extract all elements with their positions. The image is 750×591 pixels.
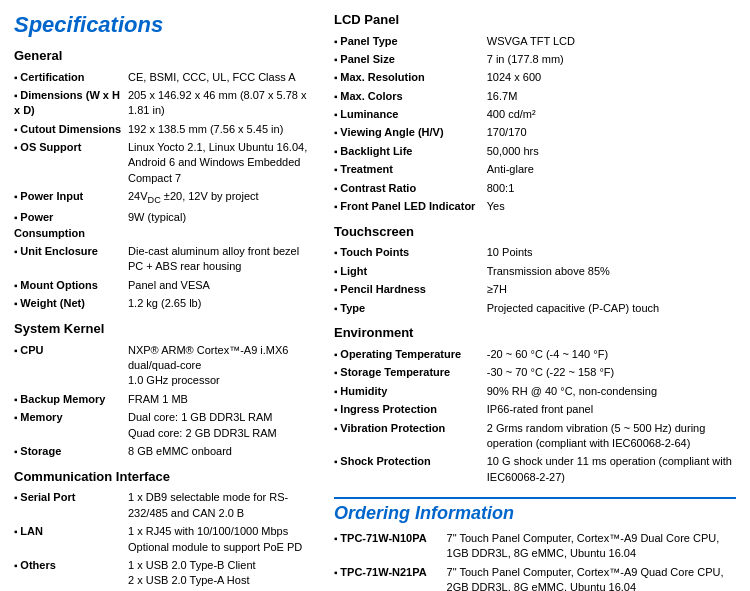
- row-value: NXP® ARM® Cortex™-A9 i.MX6 dual/quad-cor…: [128, 341, 314, 390]
- table-row: Storage Temperature -30 ~ 70 °C (-22 ~ 1…: [334, 364, 736, 382]
- row-label: Ingress Protection: [334, 401, 487, 419]
- row-label: Storage Temperature: [334, 364, 487, 382]
- row-label: Memory: [14, 409, 128, 443]
- row-label: Touch Points: [334, 244, 487, 262]
- row-label: Luminance: [334, 106, 487, 124]
- row-value: ≥7H: [487, 281, 736, 299]
- row-value: 1 x DB9 selectable mode for RS-232/485 a…: [128, 489, 314, 523]
- general-table: Certification CE, BSMI, CCC, UL, FCC Cla…: [14, 68, 314, 313]
- row-value: 10 G shock under 11 ms operation (compli…: [487, 453, 736, 487]
- table-row: CPU NXP® ARM® Cortex™-A9 i.MX6 dual/quad…: [14, 341, 314, 390]
- table-row: Panel Type WSVGA TFT LCD: [334, 32, 736, 50]
- row-label: Power Input: [14, 188, 128, 209]
- main-content: Specifications General Certification CE,…: [0, 0, 750, 591]
- row-label: Cutout Dimensions: [14, 120, 128, 138]
- touch-section-title: Touchscreen: [334, 224, 736, 239]
- table-row: Cutout Dimensions 192 x 138.5 mm (7.56 x…: [14, 120, 314, 138]
- row-value: 192 x 138.5 mm (7.56 x 5.45 in): [128, 120, 314, 138]
- table-row: Front Panel LED Indicator Yes: [334, 198, 736, 216]
- model-label: TPC-71W-N10PA: [334, 530, 447, 564]
- system-table: CPU NXP® ARM® Cortex™-A9 i.MX6 dual/quad…: [14, 341, 314, 461]
- table-row: Max. Colors 16.7M: [334, 87, 736, 105]
- row-label: Backup Memory: [14, 390, 128, 408]
- row-label: Humidity: [334, 382, 487, 400]
- row-value: 7 in (177.8 mm): [487, 50, 736, 68]
- row-value: 2 Grms random vibration (5 ~ 500 Hz) dur…: [487, 419, 736, 453]
- table-row: Dimensions (W x H x D) 205 x 146.92 x 46…: [14, 86, 314, 120]
- row-label: Dimensions (W x H x D): [14, 86, 128, 120]
- table-row: Others 1 x USB 2.0 Type-B Client2 x USB …: [14, 556, 314, 591]
- row-label: Max. Resolution: [334, 69, 487, 87]
- row-value: 205 x 146.92 x 46 mm (8.07 x 5.78 x 1.81…: [128, 86, 314, 120]
- row-value: Transmission above 85%: [487, 262, 736, 280]
- lcd-section-title: LCD Panel: [334, 12, 736, 27]
- page-container: Specifications General Certification CE,…: [0, 0, 750, 591]
- row-value: 800:1: [487, 179, 736, 197]
- table-row: LAN 1 x RJ45 with 10/100/1000 MbpsOption…: [14, 523, 314, 557]
- table-row: Certification CE, BSMI, CCC, UL, FCC Cla…: [14, 68, 314, 86]
- row-label: Type: [334, 299, 487, 317]
- table-row: Memory Dual core: 1 GB DDR3L RAMQuad cor…: [14, 409, 314, 443]
- row-value: 1024 x 600: [487, 69, 736, 87]
- row-label: Panel Type: [334, 32, 487, 50]
- table-row: Touch Points 10 Points: [334, 244, 736, 262]
- row-value: Anti-glare: [487, 161, 736, 179]
- table-row: Humidity 90% RH @ 40 °C, non-condensing: [334, 382, 736, 400]
- row-value: CE, BSMI, CCC, UL, FCC Class A: [128, 68, 314, 86]
- row-label: LAN: [14, 523, 128, 557]
- row-value: 9W (typical): [128, 209, 314, 243]
- ordering-row: TPC-71W-N10PA 7" Touch Panel Computer, C…: [334, 530, 736, 564]
- model-desc: 7" Touch Panel Computer, Cortex™-A9 Quad…: [447, 563, 736, 591]
- row-label: Others: [14, 556, 128, 591]
- row-label: Front Panel LED Indicator: [334, 198, 487, 216]
- row-value: Linux Yocto 2.1, Linux Ubuntu 16.04, And…: [128, 139, 314, 188]
- row-label: Shock Protection: [334, 453, 487, 487]
- table-row: Unit Enclosure Die-cast aluminum alloy f…: [14, 243, 314, 277]
- row-label: Contrast Ratio: [334, 179, 487, 197]
- row-value: Yes: [487, 198, 736, 216]
- row-value: Panel and VESA: [128, 276, 314, 294]
- row-label: Unit Enclosure: [14, 243, 128, 277]
- table-row: Luminance 400 cd/m²: [334, 106, 736, 124]
- right-column: LCD Panel Panel Type WSVGA TFT LCD Panel…: [334, 12, 736, 591]
- ordering-table: TPC-71W-N10PA 7" Touch Panel Computer, C…: [334, 530, 736, 591]
- table-row: Power Input 24VDC ±20, 12V by project: [14, 188, 314, 209]
- row-label: Power Consumption: [14, 209, 128, 243]
- row-value: 1 x USB 2.0 Type-B Client2 x USB 2.0 Typ…: [128, 556, 314, 591]
- table-row: Panel Size 7 in (177.8 mm): [334, 50, 736, 68]
- env-table: Operating Temperature -20 ~ 60 °C (-4 ~ …: [334, 345, 736, 486]
- row-label: Operating Temperature: [334, 345, 487, 363]
- ordering-row: TPC-71W-N21PA 7" Touch Panel Computer, C…: [334, 563, 736, 591]
- table-row: Type Projected capacitive (P-CAP) touch: [334, 299, 736, 317]
- row-label: Vibration Protection: [334, 419, 487, 453]
- general-section-title: General: [14, 48, 314, 63]
- row-value: -30 ~ 70 °C (-22 ~ 158 °F): [487, 364, 736, 382]
- table-row: Operating Temperature -20 ~ 60 °C (-4 ~ …: [334, 345, 736, 363]
- row-value: 1.2 kg (2.65 lb): [128, 295, 314, 313]
- row-label: Serial Port: [14, 489, 128, 523]
- comm-section-title: Communication Interface: [14, 469, 314, 484]
- row-value: FRAM 1 MB: [128, 390, 314, 408]
- row-label: Backlight Life: [334, 142, 487, 160]
- table-row: Light Transmission above 85%: [334, 262, 736, 280]
- row-value: 50,000 hrs: [487, 142, 736, 160]
- row-label: Storage: [14, 442, 128, 460]
- table-row: OS Support Linux Yocto 2.1, Linux Ubuntu…: [14, 139, 314, 188]
- model-label: TPC-71W-N21PA: [334, 563, 447, 591]
- left-column: Specifications General Certification CE,…: [14, 12, 314, 591]
- row-value: 10 Points: [487, 244, 736, 262]
- ordering-section: Ordering Information TPC-71W-N10PA 7" To…: [334, 497, 736, 591]
- row-label: Max. Colors: [334, 87, 487, 105]
- row-value: 170/170: [487, 124, 736, 142]
- row-value: WSVGA TFT LCD: [487, 32, 736, 50]
- table-row: Serial Port 1 x DB9 selectable mode for …: [14, 489, 314, 523]
- row-label: Panel Size: [334, 50, 487, 68]
- row-label: CPU: [14, 341, 128, 390]
- table-row: Storage 8 GB eMMC onboard: [14, 442, 314, 460]
- table-row: Max. Resolution 1024 x 600: [334, 69, 736, 87]
- table-row: Backlight Life 50,000 hrs: [334, 142, 736, 160]
- row-value: Dual core: 1 GB DDR3L RAMQuad core: 2 GB…: [128, 409, 314, 443]
- row-value: 8 GB eMMC onboard: [128, 442, 314, 460]
- system-section-title: System Kernel: [14, 321, 314, 336]
- row-label: Viewing Angle (H/V): [334, 124, 487, 142]
